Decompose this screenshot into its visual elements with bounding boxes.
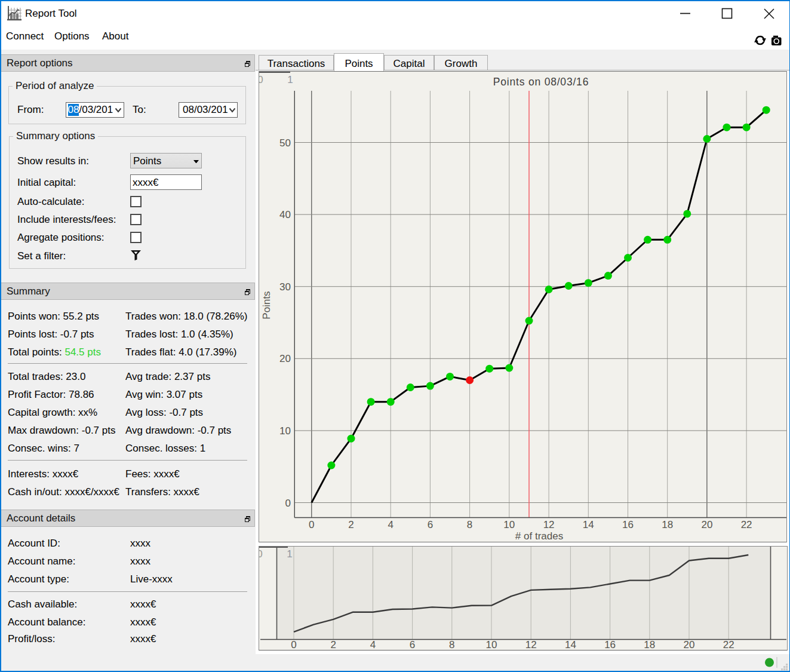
svg-text:0: 0 bbox=[291, 639, 296, 650]
svg-text:10: 10 bbox=[486, 639, 497, 650]
svg-text:20: 20 bbox=[279, 353, 291, 364]
svg-text:30: 30 bbox=[279, 281, 291, 293]
svg-text:8: 8 bbox=[449, 639, 454, 650]
svg-text:16: 16 bbox=[604, 639, 616, 650]
svg-text:2: 2 bbox=[330, 639, 336, 650]
svg-text:10: 10 bbox=[279, 425, 291, 437]
svg-text:18: 18 bbox=[662, 519, 673, 530]
svg-text:18: 18 bbox=[644, 639, 655, 650]
svg-text:12: 12 bbox=[525, 639, 537, 650]
svg-text:0: 0 bbox=[259, 548, 263, 560]
svg-text:4: 4 bbox=[370, 639, 376, 650]
svg-text:Points on 08/03/16: Points on 08/03/16 bbox=[493, 76, 589, 88]
svg-text:22: 22 bbox=[741, 519, 752, 530]
svg-text:4: 4 bbox=[388, 519, 393, 530]
svg-text:22: 22 bbox=[723, 639, 734, 650]
svg-text:1: 1 bbox=[287, 548, 292, 560]
svg-text:40: 40 bbox=[279, 209, 291, 220]
svg-text:12: 12 bbox=[543, 519, 555, 530]
svg-text:14: 14 bbox=[565, 639, 576, 650]
svg-text:# of trades: # of trades bbox=[515, 530, 563, 542]
svg-text:0: 0 bbox=[285, 498, 291, 509]
svg-text:0: 0 bbox=[259, 74, 263, 85]
svg-text:2: 2 bbox=[348, 519, 353, 530]
svg-text:50: 50 bbox=[279, 137, 291, 149]
svg-text:6: 6 bbox=[410, 639, 415, 650]
svg-text:6: 6 bbox=[428, 519, 433, 530]
svg-text:20: 20 bbox=[684, 639, 695, 650]
svg-text:1: 1 bbox=[287, 74, 293, 85]
svg-text:20: 20 bbox=[701, 519, 712, 530]
svg-text:14: 14 bbox=[583, 519, 594, 530]
svg-text:8: 8 bbox=[467, 519, 472, 530]
svg-text:10: 10 bbox=[503, 519, 515, 530]
svg-text:0: 0 bbox=[309, 519, 314, 530]
svg-text:Points: Points bbox=[261, 291, 272, 319]
svg-text:16: 16 bbox=[622, 519, 634, 530]
